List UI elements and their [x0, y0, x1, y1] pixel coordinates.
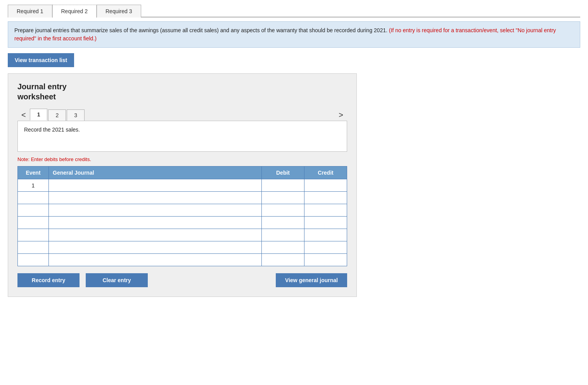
- view-general-journal-button[interactable]: View general journal: [276, 273, 347, 287]
- table-row: [18, 192, 347, 204]
- col-header-journal: General Journal: [49, 166, 262, 179]
- worksheet-title: Journal entry worksheet: [17, 82, 347, 102]
- journal-input[interactable]: [49, 204, 261, 216]
- debit-cell[interactable]: [262, 204, 304, 217]
- debit-input[interactable]: [262, 204, 304, 216]
- button-row: Record entry Clear entry View general jo…: [17, 273, 347, 287]
- table-row: 1: [18, 179, 347, 192]
- event-cell: [18, 254, 49, 266]
- journal-table: Event General Journal Debit Credit 1: [17, 166, 347, 266]
- credit-input[interactable]: [304, 229, 347, 241]
- worksheet-tabs-row: < 1 2 3 >: [17, 109, 347, 121]
- debit-cell[interactable]: [262, 241, 304, 254]
- debit-input[interactable]: [262, 229, 304, 241]
- view-transaction-button[interactable]: View transaction list: [8, 53, 74, 67]
- event-cell: [18, 204, 49, 217]
- description-box: Record the 2021 sales.: [17, 121, 347, 152]
- credit-cell[interactable]: [304, 204, 347, 217]
- table-row: [18, 241, 347, 254]
- credit-cell[interactable]: [304, 254, 347, 266]
- instruction-box: Prepare journal entries that summarize s…: [8, 21, 580, 48]
- ws-tab-3[interactable]: 3: [67, 109, 85, 121]
- journal-cell[interactable]: [49, 217, 262, 229]
- col-header-debit: Debit: [262, 166, 304, 179]
- debit-cell[interactable]: [262, 229, 304, 241]
- journal-input[interactable]: [49, 229, 261, 241]
- journal-input[interactable]: [49, 179, 261, 191]
- credit-cell[interactable]: [304, 179, 347, 192]
- col-header-event: Event: [18, 166, 49, 179]
- record-entry-button[interactable]: Record entry: [17, 273, 80, 287]
- journal-cell[interactable]: [49, 192, 262, 204]
- table-row: [18, 204, 347, 217]
- journal-cell[interactable]: [49, 254, 262, 266]
- tab-required2[interactable]: Required 2: [52, 5, 97, 17]
- col-header-credit: Credit: [304, 166, 347, 179]
- journal-cell[interactable]: [49, 204, 262, 217]
- ws-tab-1[interactable]: 1: [30, 109, 48, 121]
- credit-input[interactable]: [304, 192, 347, 204]
- debit-input[interactable]: [262, 241, 304, 253]
- prev-page-button[interactable]: <: [17, 111, 30, 119]
- debit-cell[interactable]: [262, 254, 304, 266]
- debit-input[interactable]: [262, 179, 304, 191]
- journal-cell[interactable]: [49, 179, 262, 192]
- debit-cell[interactable]: [262, 217, 304, 229]
- event-cell: 1: [18, 179, 49, 192]
- tab-required1[interactable]: Required 1: [8, 5, 52, 17]
- journal-input[interactable]: [49, 241, 261, 253]
- main-tabs: Required 1 Required 2 Required 3: [8, 4, 580, 17]
- credit-cell[interactable]: [304, 192, 347, 204]
- debit-input[interactable]: [262, 217, 304, 229]
- event-cell: [18, 229, 49, 241]
- debit-cell[interactable]: [262, 192, 304, 204]
- credit-input[interactable]: [304, 217, 347, 229]
- event-cell: [18, 192, 49, 204]
- worksheet-container: Journal entry worksheet < 1 2 3 > Record…: [8, 73, 357, 297]
- debit-input[interactable]: [262, 254, 304, 266]
- table-row: [18, 229, 347, 241]
- credit-input[interactable]: [304, 241, 347, 253]
- table-row: [18, 217, 347, 229]
- next-page-button[interactable]: >: [335, 111, 347, 119]
- credit-cell[interactable]: [304, 217, 347, 229]
- journal-cell[interactable]: [49, 241, 262, 254]
- table-row: [18, 254, 347, 266]
- credit-input[interactable]: [304, 204, 347, 216]
- event-cell: [18, 217, 49, 229]
- credit-input[interactable]: [304, 179, 347, 191]
- clear-entry-button[interactable]: Clear entry: [86, 273, 148, 287]
- credit-cell[interactable]: [304, 229, 347, 241]
- description-text: Record the 2021 sales.: [24, 127, 80, 133]
- instruction-main: Prepare journal entries that summarize s…: [14, 27, 387, 33]
- journal-input[interactable]: [49, 217, 261, 229]
- journal-cell[interactable]: [49, 229, 262, 241]
- debit-cell[interactable]: [262, 179, 304, 192]
- ws-tab-2[interactable]: 2: [48, 109, 66, 121]
- credit-cell[interactable]: [304, 241, 347, 254]
- note-text: Note: Enter debits before credits.: [17, 156, 347, 162]
- tab-required3[interactable]: Required 3: [97, 5, 141, 17]
- credit-input[interactable]: [304, 254, 347, 266]
- journal-input[interactable]: [49, 192, 261, 204]
- event-cell: [18, 241, 49, 254]
- debit-input[interactable]: [262, 192, 304, 204]
- journal-input[interactable]: [49, 254, 261, 266]
